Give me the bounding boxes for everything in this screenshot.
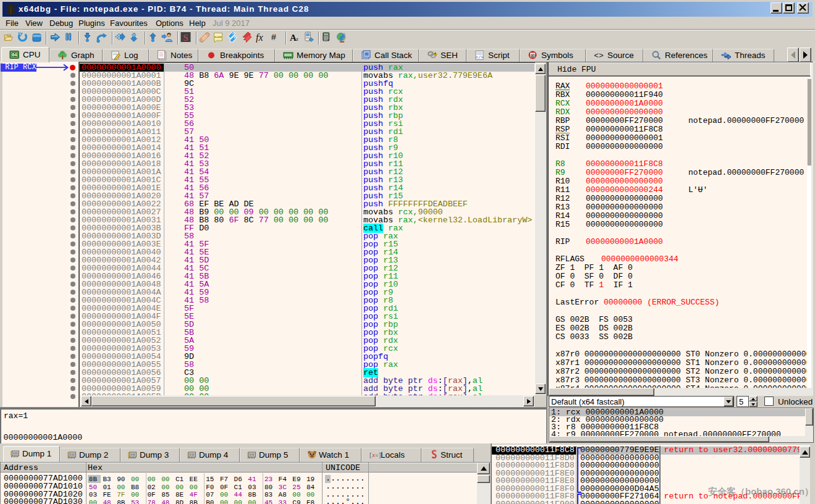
svg-text:64: 64	[12, 52, 17, 57]
svg-text:<>: <>	[594, 51, 604, 61]
svg-text:z: z	[296, 36, 298, 42]
svg-text:[x=]: [x=]	[369, 453, 381, 459]
svg-text:S: S	[183, 33, 188, 43]
svg-text:fx: fx	[256, 32, 263, 43]
svg-text:</>: </>	[476, 55, 484, 60]
svg-text:ab: ab	[530, 53, 535, 57]
svg-text:#: #	[271, 32, 276, 42]
